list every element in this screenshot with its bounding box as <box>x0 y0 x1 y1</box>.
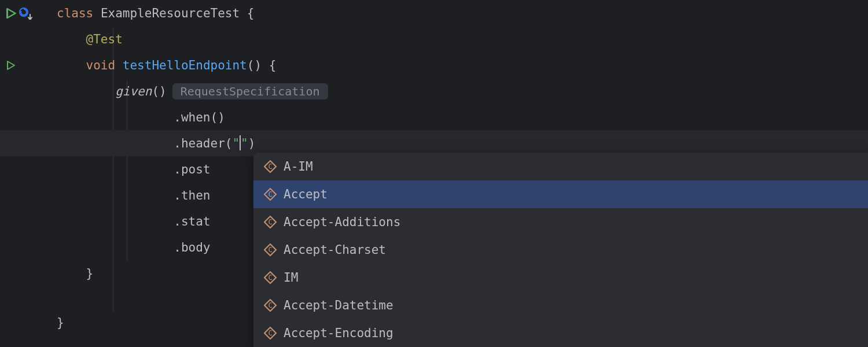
code-line: given()RequestSpecification <box>57 78 868 104</box>
code-line: .when() <box>57 104 868 130</box>
keyword: class <box>57 6 93 20</box>
constant-icon: C <box>264 299 277 312</box>
gutter <box>0 0 45 347</box>
completion-label: Accept-Datetime <box>284 298 393 312</box>
constant-icon: C <box>264 243 277 256</box>
completion-item[interactable]: CAccept <box>253 180 868 208</box>
code-line: class ExampleResourceTest { <box>57 0 868 26</box>
svg-text:C: C <box>268 218 272 226</box>
annotation: @Test <box>86 32 123 46</box>
svg-text:C: C <box>268 246 272 254</box>
completion-item[interactable]: CAccept-Charset <box>253 236 868 264</box>
inlay-hint: RequestSpecification <box>172 83 328 99</box>
completion-label: Accept-Encoding <box>284 326 393 340</box>
completion-item[interactable]: CAccept-Additions <box>253 208 868 236</box>
completion-label: Accept <box>284 187 328 201</box>
code-line: @Test <box>57 26 868 52</box>
completion-item[interactable]: CA-IM <box>253 153 868 180</box>
completion-label: IM <box>284 271 298 285</box>
text-caret <box>240 135 241 150</box>
svg-text:C: C <box>268 301 272 309</box>
svg-text:C: C <box>268 274 272 282</box>
constant-icon: C <box>264 188 277 201</box>
run-method-icon[interactable] <box>5 60 16 71</box>
code-line: void testHelloEndpoint() { <box>57 52 868 78</box>
run-class-icon[interactable] <box>5 8 16 19</box>
run-refresh-icon[interactable] <box>19 7 34 20</box>
completion-item[interactable]: CAccept-Datetime <box>253 291 868 319</box>
completion-item[interactable]: CIM <box>253 264 868 291</box>
completion-label: Accept-Additions <box>284 215 400 229</box>
method-call: given <box>115 84 152 98</box>
keyword: void <box>86 58 116 72</box>
class-name: ExampleResourceTest <box>101 6 240 20</box>
constant-icon: C <box>264 327 277 339</box>
svg-text:C: C <box>268 329 272 337</box>
completion-popup[interactable]: CA-IMCAcceptCAccept-AdditionsCAccept-Cha… <box>253 153 868 347</box>
constant-icon: C <box>264 271 277 284</box>
completion-label: A-IM <box>284 160 313 174</box>
completion-item[interactable]: CAccept-Encoding <box>253 319 868 347</box>
constant-icon: C <box>264 216 277 228</box>
completion-label: Accept-Charset <box>284 243 386 257</box>
method-name: testHelloEndpoint <box>123 58 247 72</box>
constant-icon: C <box>264 160 277 173</box>
svg-text:C: C <box>268 190 272 198</box>
svg-text:C: C <box>268 163 272 171</box>
